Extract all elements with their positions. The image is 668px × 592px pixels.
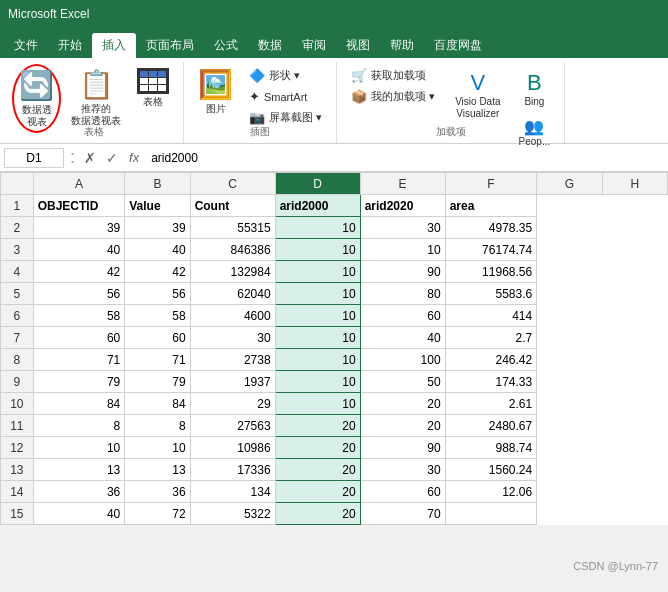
picture-button[interactable]: 🖼️ 图片 — [192, 64, 239, 119]
cell-r11-c4[interactable]: 20 — [360, 415, 445, 437]
cell-r11-c2[interactable]: 27563 — [190, 415, 275, 437]
cell-r2-c3[interactable]: 10 — [275, 217, 360, 239]
tab-文件[interactable]: 文件 — [4, 33, 48, 58]
cell-r12-c1[interactable]: 10 — [125, 437, 190, 459]
cell-r3-c4[interactable]: 10 — [360, 239, 445, 261]
my-addins-button[interactable]: 📦 我的加载项 ▾ — [345, 87, 441, 106]
cell-r14-c0[interactable]: 36 — [33, 481, 125, 503]
cell-r1-c0[interactable]: OBJECTID — [33, 195, 125, 217]
cell-r10-c0[interactable]: 84 — [33, 393, 125, 415]
cell-r10-c4[interactable]: 20 — [360, 393, 445, 415]
col-header-e[interactable]: E — [360, 173, 445, 195]
bing-button[interactable]: B Bing — [513, 66, 557, 111]
cell-r13-c4[interactable]: 30 — [360, 459, 445, 481]
cell-r14-c4[interactable]: 60 — [360, 481, 445, 503]
cell-r11-c0[interactable]: 8 — [33, 415, 125, 437]
cell-r13-c2[interactable]: 17336 — [190, 459, 275, 481]
cell-r15-c1[interactable]: 72 — [125, 503, 190, 525]
cell-r14-c2[interactable]: 134 — [190, 481, 275, 503]
cell-r8-c1[interactable]: 71 — [125, 349, 190, 371]
cell-reference[interactable] — [4, 148, 64, 168]
cell-r9-c1[interactable]: 79 — [125, 371, 190, 393]
tab-审阅[interactable]: 审阅 — [292, 33, 336, 58]
cell-r3-c3[interactable]: 10 — [275, 239, 360, 261]
cell-r15-c3[interactable]: 20 — [275, 503, 360, 525]
cell-r13-c3[interactable]: 20 — [275, 459, 360, 481]
cell-r10-c1[interactable]: 84 — [125, 393, 190, 415]
cell-r8-c3[interactable]: 10 — [275, 349, 360, 371]
cell-r2-c4[interactable]: 30 — [360, 217, 445, 239]
cell-r11-c3[interactable]: 20 — [275, 415, 360, 437]
col-header-f[interactable]: F — [445, 173, 537, 195]
cell-r6-c1[interactable]: 58 — [125, 305, 190, 327]
cell-r4-c3[interactable]: 10 — [275, 261, 360, 283]
cell-r8-c2[interactable]: 2738 — [190, 349, 275, 371]
cell-r7-c0[interactable]: 60 — [33, 327, 125, 349]
cell-r4-c5[interactable]: 11968.56 — [445, 261, 537, 283]
pivot-table-button[interactable]: 🔄 数据透视表 — [12, 64, 61, 133]
cell-r9-c3[interactable]: 10 — [275, 371, 360, 393]
shapes-button[interactable]: 🔷 形状 ▾ — [243, 66, 328, 85]
cell-r12-c0[interactable]: 10 — [33, 437, 125, 459]
cell-r4-c1[interactable]: 42 — [125, 261, 190, 283]
cell-r2-c5[interactable]: 4978.35 — [445, 217, 537, 239]
cell-r13-c0[interactable]: 13 — [33, 459, 125, 481]
cell-r7-c4[interactable]: 40 — [360, 327, 445, 349]
col-header-d[interactable]: D — [275, 173, 360, 195]
cell-r7-c1[interactable]: 60 — [125, 327, 190, 349]
cell-r12-c3[interactable]: 20 — [275, 437, 360, 459]
formula-input[interactable] — [147, 149, 664, 167]
cell-r4-c2[interactable]: 132984 — [190, 261, 275, 283]
cell-r3-c5[interactable]: 76174.74 — [445, 239, 537, 261]
get-addins-button[interactable]: 🛒 获取加载项 — [345, 66, 441, 85]
cell-r9-c0[interactable]: 79 — [33, 371, 125, 393]
cell-r5-c5[interactable]: 5583.6 — [445, 283, 537, 305]
table-button[interactable]: 表格 — [131, 64, 175, 112]
cell-r7-c5[interactable]: 2.7 — [445, 327, 537, 349]
cell-r13-c5[interactable]: 1560.24 — [445, 459, 537, 481]
cell-r5-c2[interactable]: 62040 — [190, 283, 275, 305]
cell-r2-c0[interactable]: 39 — [33, 217, 125, 239]
cell-r3-c2[interactable]: 846386 — [190, 239, 275, 261]
cell-r9-c4[interactable]: 50 — [360, 371, 445, 393]
tab-页面布局[interactable]: 页面布局 — [136, 33, 204, 58]
cell-r12-c2[interactable]: 10986 — [190, 437, 275, 459]
cell-r12-c4[interactable]: 90 — [360, 437, 445, 459]
tab-帮助[interactable]: 帮助 — [380, 33, 424, 58]
col-header-b[interactable]: B — [125, 173, 190, 195]
col-header-g[interactable]: G — [537, 173, 602, 195]
cell-r8-c4[interactable]: 100 — [360, 349, 445, 371]
col-header-c[interactable]: C — [190, 173, 275, 195]
cell-r10-c5[interactable]: 2.61 — [445, 393, 537, 415]
cell-r1-c5[interactable]: area — [445, 195, 537, 217]
cell-r2-c2[interactable]: 55315 — [190, 217, 275, 239]
cell-r2-c1[interactable]: 39 — [125, 217, 190, 239]
people-button[interactable]: 👥 Peop... — [513, 113, 557, 151]
tab-视图[interactable]: 视图 — [336, 33, 380, 58]
cell-r3-c1[interactable]: 40 — [125, 239, 190, 261]
cell-r1-c4[interactable]: arid2020 — [360, 195, 445, 217]
cell-r5-c0[interactable]: 56 — [33, 283, 125, 305]
cell-r5-c4[interactable]: 80 — [360, 283, 445, 305]
cell-r1-c1[interactable]: Value — [125, 195, 190, 217]
col-header-h[interactable]: H — [602, 173, 667, 195]
cell-r1-c2[interactable]: Count — [190, 195, 275, 217]
cell-r15-c5[interactable] — [445, 503, 537, 525]
cell-r1-c3[interactable]: arid2000 — [275, 195, 360, 217]
tab-开始[interactable]: 开始 — [48, 33, 92, 58]
cell-r7-c2[interactable]: 30 — [190, 327, 275, 349]
tab-数据[interactable]: 数据 — [248, 33, 292, 58]
cell-r9-c5[interactable]: 174.33 — [445, 371, 537, 393]
tab-插入[interactable]: 插入 — [92, 33, 136, 58]
cell-r6-c0[interactable]: 58 — [33, 305, 125, 327]
cell-r10-c3[interactable]: 10 — [275, 393, 360, 415]
cell-r15-c0[interactable]: 40 — [33, 503, 125, 525]
cell-r3-c0[interactable]: 40 — [33, 239, 125, 261]
smartart-button[interactable]: ✦ SmartArt — [243, 87, 328, 106]
cell-r10-c2[interactable]: 29 — [190, 393, 275, 415]
cell-r5-c1[interactable]: 56 — [125, 283, 190, 305]
cell-r6-c5[interactable]: 414 — [445, 305, 537, 327]
cell-r14-c1[interactable]: 36 — [125, 481, 190, 503]
cell-r12-c5[interactable]: 988.74 — [445, 437, 537, 459]
cell-r11-c1[interactable]: 8 — [125, 415, 190, 437]
